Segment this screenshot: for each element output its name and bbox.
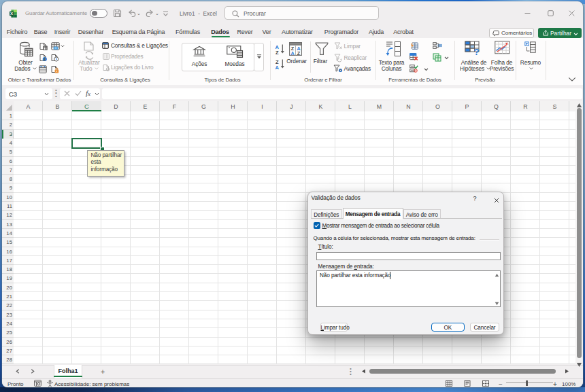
svg-text:?: ? <box>473 47 479 57</box>
svg-text:A: A <box>290 50 294 56</box>
svg-text:Z: Z <box>275 50 279 56</box>
svg-text:A: A <box>275 65 279 71</box>
svg-text:Z: Z <box>297 50 301 56</box>
